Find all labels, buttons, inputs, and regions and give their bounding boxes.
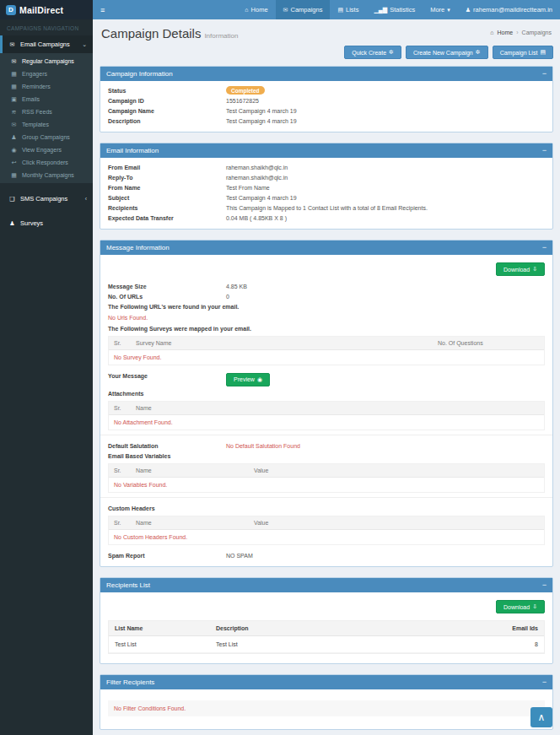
no-default-salutation-message: No Default Salutation Found [226,443,300,449]
info-value: This Campaign is Mapped to 1 Contact Lis… [226,205,428,211]
page-title-text: Campaign Details [101,26,201,41]
no-urls-message: No Urls Found. [100,312,552,323]
info-row-campaign-name: Campaign Name Test Campaign 4 march 19 [100,105,552,116]
nav-item-lists[interactable]: ▤ Lists [330,0,366,19]
sidebar-item-templates[interactable]: ✉ Templates [0,118,93,131]
spam-report-value: NO SPAM [226,553,253,559]
users-icon: ♟ [8,220,16,227]
panel-body: No Filter Conditions Found. [100,689,552,729]
panel-header: Recipients List − [100,578,552,592]
panel-body: From Email raheman.shaikh@qlc.in Reply-T… [100,158,552,229]
button-label: Preview [234,376,255,382]
download-recipients-button[interactable]: Download ⇩ [496,600,545,613]
create-new-campaign-button[interactable]: Create New Campaign ✲ [406,46,488,59]
button-label: Campaign List [500,50,538,56]
table-row: Test List Test List 8 [109,636,544,653]
sidebar-item-engagers[interactable]: ▦ Engagers [0,68,93,80]
nav-item-more[interactable]: More ▾ [423,0,458,19]
chevron-down-icon: ⌄ [82,41,87,48]
download-row: Download ⇩ [100,259,552,281]
filter-recipients-panel: Filter Recipients − No Filter Conditions… [100,674,553,730]
info-row-from-name: From Name Test From Name [100,182,552,192]
page-title: Campaign DetailsInformation [101,26,238,41]
nav-item-statistics[interactable]: ▁▄▇ Statistics [366,0,423,19]
message-information-panel: Message Information − Download ⇩ Message… [100,240,553,567]
sidebar-item-surveys[interactable]: ♟ Surveys [0,214,93,232]
campaign-list-button[interactable]: Campaign List ▤ [493,46,553,59]
panel-header: Email Information − [100,143,552,158]
nav-item-home[interactable]: ⌂ Home [237,0,275,19]
button-label: Download [503,604,530,610]
email-variables-heading: Email Based Variables [100,451,552,462]
breadcrumb-home-link[interactable]: Home [498,30,514,35]
custom-headers-table-empty-row: No Custom Headers Found. [109,530,544,544]
collapse-icon[interactable]: − [542,70,547,78]
sidebar-item-click-responders[interactable]: ↩ Click Responders [0,156,93,169]
info-label: Expected Data Transfer [108,215,226,221]
collapse-icon[interactable]: − [542,678,547,686]
no-survey-message: No Survey Found. [114,354,161,360]
home-icon: ⌂ [245,7,248,13]
caret-down-icon: ▾ [447,7,450,14]
nav-item-user-account[interactable]: ♟ raheman@maildirectteam.in [458,0,560,19]
info-row-subject: Subject Test Campaign 4 march 19 [100,192,552,203]
panel-body: Status Completed Campaign ID 1551672825 … [100,81,552,132]
column-header-sr: Sr. [114,520,136,526]
column-header-survey-name: Survey Name [136,340,438,346]
sidebar-item-monthly-campaigns[interactable]: ▦ Monthly Campaigns [0,169,93,181]
quick-create-button[interactable]: Quick Create ✲ [344,46,401,59]
info-value: Test Campaign 4 march 19 [226,195,297,201]
no-filter-conditions-message: No Filter Conditions Found. [108,700,545,716]
info-label: Message Size [108,284,226,289]
info-row-message-size: Message Size 4.85 KB [100,281,552,291]
info-value: 4.85 KB [226,284,247,289]
square-icon: ▣ [10,96,18,103]
sidebar-item-sms-campaigns[interactable]: ❑ SMS Campaigns ‹ [0,190,93,208]
cell-description: Test List [216,641,479,647]
collapse-icon[interactable]: − [542,244,547,251]
info-row-expected-data-transfer: Expected Data Transfer 0.04 MB ( 4.85KB … [100,213,552,223]
button-label: Create New Campaign [413,50,473,56]
collapse-icon[interactable]: − [542,147,547,154]
collapse-icon[interactable]: − [542,581,547,589]
info-value: Test Campaign 4 march 19 [226,118,297,124]
scroll-to-top-button[interactable]: ∧ [530,707,552,727]
envelope-icon: ✉ [10,58,18,65]
panel-header: Message Information − [100,240,552,255]
sidebar-item-email-campaigns[interactable]: ✉ Email Campaigns ⌄ [0,35,93,53]
no-attachment-message: No Attachment Found. [114,419,173,425]
action-buttons: Quick Create ✲ Create New Campaign ✲ Cam… [93,42,560,66]
sidebar-item-reminders[interactable]: ▦ Reminders [0,80,93,93]
sidebar-item-label: SMS Campaigns [20,195,67,203]
info-value: 0 [226,294,229,300]
chevron-up-icon: ∧ [538,711,546,723]
sidebar-item-group-campaigns[interactable]: ♟ Group Campaigns [0,131,93,143]
download-message-button[interactable]: Download ⇩ [496,262,545,276]
button-label: Download [503,267,530,273]
maildirect-logo-icon: D [6,5,16,15]
panel-header: Campaign Information − [100,67,552,81]
sidebar-toggle-icon[interactable]: ≡ [93,0,112,19]
chevron-left-icon: ‹ [85,196,87,202]
calendar-icon: ▦ [10,84,18,90]
custom-headers-table-header: Sr. Name Value [109,516,544,530]
info-label: Spam Report [108,553,226,559]
brand-logo[interactable]: D MailDirect [0,0,93,19]
sidebar-item-rss-feeds[interactable]: ≋ RSS Feeds [0,105,93,118]
info-label: Recipients [108,205,226,211]
info-label: Campaign ID [108,98,226,104]
content-header: Campaign DetailsInformation ⌂ Home › Cam… [93,19,560,42]
sidebar-item-regular-campaigns[interactable]: ✉ Regular Campaigns [0,55,93,68]
attachments-table: Sr. Name No Attachment Found. [108,401,545,430]
custom-headers-table: Sr. Name Value No Custom Headers Found. [108,516,545,545]
nav-item-campaigns[interactable]: ✉ Campaigns [276,0,331,19]
preview-message-button[interactable]: Preview ◉ [226,373,270,386]
column-header-name: Name [136,467,254,473]
user-icon: ♟ [466,7,471,14]
info-label: Campaign Name [108,108,226,114]
info-value: Test From Name [226,185,270,191]
status-badge: Completed [226,86,265,95]
sidebar-item-emails[interactable]: ▣ Emails [0,93,93,105]
attachments-table-header: Sr. Name [109,402,544,415]
sidebar-item-view-engagers[interactable]: ◉ View Engagers [0,143,93,156]
